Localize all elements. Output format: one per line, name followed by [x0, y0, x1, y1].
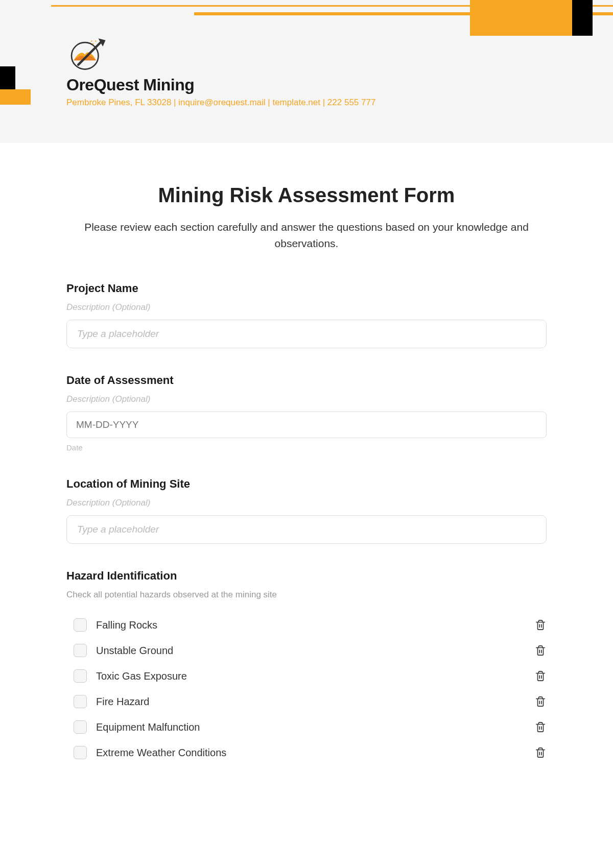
- field-label: Hazard Identification: [66, 569, 547, 583]
- svg-point-2: [92, 43, 94, 44]
- hazard-option: Extreme Weather Conditions: [74, 746, 226, 759]
- hazard-row: Falling Rocks: [74, 612, 547, 638]
- hazard-label: Fire Hazard: [96, 696, 149, 708]
- hazard-option: Toxic Gas Exposure: [74, 669, 187, 683]
- hazard-label: Unstable Ground: [96, 645, 173, 657]
- hazard-row: Extreme Weather Conditions: [74, 740, 547, 765]
- hazard-checkbox[interactable]: [74, 695, 87, 708]
- hazard-list: Falling RocksUnstable GroundToxic Gas Ex…: [66, 612, 547, 765]
- hazard-row: Toxic Gas Exposure: [74, 663, 547, 689]
- company-contact-line: Pembroke Pines, FL 33028 | inquire@orequ…: [66, 98, 375, 108]
- hazard-label: Equipment Malfunction: [96, 721, 200, 733]
- form-content: Mining Risk Assessment Form Please revie…: [0, 143, 613, 811]
- delete-icon[interactable]: [534, 670, 547, 682]
- decorative-block: [572, 0, 593, 36]
- field-project-name: Project Name Description (Optional): [66, 282, 547, 348]
- hazard-row: Unstable Ground: [74, 638, 547, 663]
- brand-block: OreQuest Mining Pembroke Pines, FL 33028…: [66, 36, 375, 108]
- delete-icon[interactable]: [534, 721, 547, 733]
- decorative-block: [470, 0, 572, 36]
- delete-icon[interactable]: [534, 644, 547, 657]
- field-assessment-date: Date of Assessment Description (Optional…: [66, 374, 547, 452]
- delete-icon[interactable]: [534, 619, 547, 631]
- hazard-checkbox[interactable]: [74, 618, 87, 632]
- assessment-date-input[interactable]: [66, 412, 547, 438]
- hazard-checkbox[interactable]: [74, 746, 87, 759]
- hazard-option: Falling Rocks: [74, 618, 157, 632]
- field-label: Project Name: [66, 282, 547, 295]
- field-description: Description (Optional): [66, 394, 547, 404]
- hazard-checkbox[interactable]: [74, 644, 87, 657]
- field-location: Location of Mining Site Description (Opt…: [66, 477, 547, 544]
- delete-icon[interactable]: [534, 695, 547, 708]
- form-title: Mining Risk Assessment Form: [66, 184, 547, 207]
- hazard-option: Unstable Ground: [74, 644, 173, 657]
- field-hazard-identification: Hazard Identification Check all potentia…: [66, 569, 547, 765]
- decorative-block: [0, 66, 15, 89]
- hazard-option: Equipment Malfunction: [74, 720, 200, 734]
- company-logo-icon: [66, 36, 112, 71]
- hazard-checkbox[interactable]: [74, 720, 87, 734]
- field-label: Date of Assessment: [66, 374, 547, 387]
- decorative-block: [0, 89, 31, 105]
- hazard-option: Fire Hazard: [74, 695, 149, 708]
- location-input[interactable]: [66, 515, 547, 544]
- field-description: Check all potential hazards observed at …: [66, 590, 547, 600]
- hazard-row: Equipment Malfunction: [74, 714, 547, 740]
- hazard-label: Extreme Weather Conditions: [96, 747, 226, 759]
- field-label: Location of Mining Site: [66, 477, 547, 491]
- svg-point-4: [91, 40, 92, 42]
- form-subtitle: Please review each section carefully and…: [66, 219, 547, 251]
- hazard-label: Toxic Gas Exposure: [96, 670, 187, 682]
- project-name-input[interactable]: [66, 320, 547, 348]
- field-description: Description (Optional): [66, 302, 547, 312]
- hazard-checkbox[interactable]: [74, 669, 87, 683]
- hazard-label: Falling Rocks: [96, 619, 157, 631]
- letterhead: OreQuest Mining Pembroke Pines, FL 33028…: [0, 0, 613, 143]
- delete-icon[interactable]: [534, 746, 547, 759]
- svg-point-3: [95, 40, 97, 42]
- company-name: OreQuest Mining: [66, 76, 375, 94]
- hazard-row: Fire Hazard: [74, 689, 547, 714]
- field-description: Description (Optional): [66, 498, 547, 508]
- field-sublabel: Date: [66, 443, 547, 452]
